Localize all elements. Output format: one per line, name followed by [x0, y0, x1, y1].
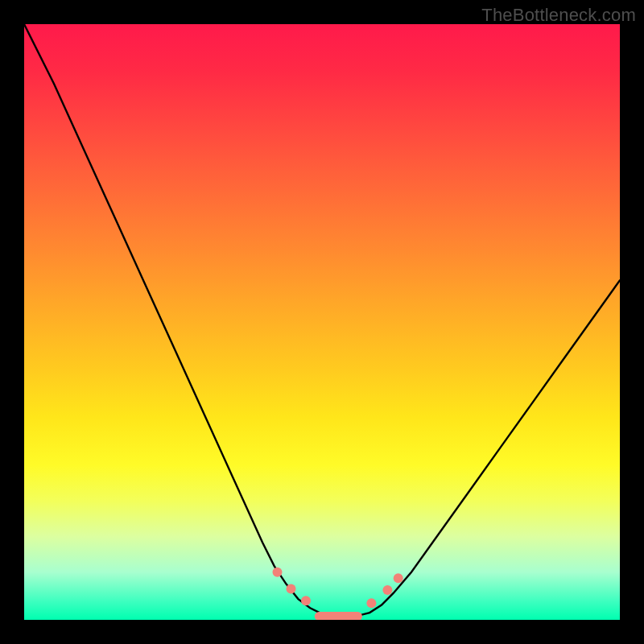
curve-marker-dot [273, 568, 283, 577]
curve-marker-dot [382, 585, 392, 595]
curve-marker-dot [366, 598, 376, 608]
curve-marker-dot [394, 573, 403, 583]
curve-marker-dot [287, 584, 296, 594]
plot-area [24, 24, 620, 620]
chart-frame: TheBottleneck.com [0, 0, 644, 644]
curve-line [24, 24, 620, 617]
watermark-text: TheBottleneck.com [481, 5, 636, 26]
curve-marker-dot [301, 596, 311, 605]
bottleneck-curve [24, 24, 620, 620]
